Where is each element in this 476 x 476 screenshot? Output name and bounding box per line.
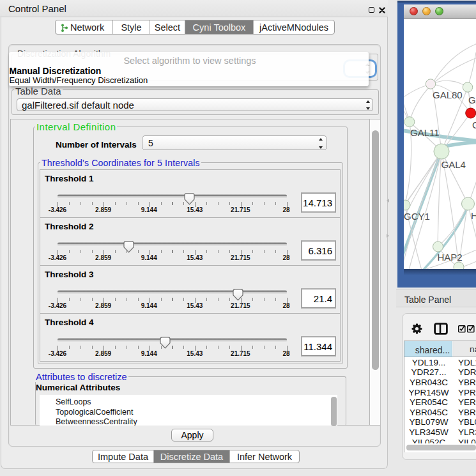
svg-text:GAL80: GAL80: [433, 89, 463, 100]
svg-text:H: H: [471, 210, 476, 221]
svg-text:GA: GA: [468, 95, 476, 105]
svg-text:GAL4: GAL4: [441, 159, 466, 170]
svg-text:GAL11: GAL11: [410, 127, 440, 138]
svg-text:G: G: [472, 119, 476, 130]
svg-text:HAP2: HAP2: [438, 252, 463, 263]
svg-text:GCY1: GCY1: [404, 211, 430, 222]
